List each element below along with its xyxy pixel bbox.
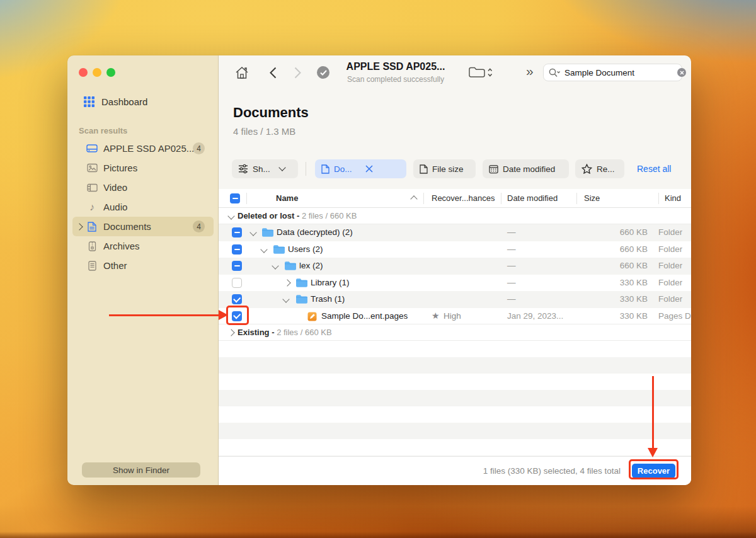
folder-icon xyxy=(284,261,296,271)
group-row-deleted[interactable]: Deleted or lost - 2 files / 660 KB xyxy=(219,208,691,224)
table-row-selected-file[interactable]: Sample Do...ent.pages ★ High Jan 29, 202… xyxy=(219,308,691,325)
row-checkbox[interactable] xyxy=(232,261,242,271)
video-icon xyxy=(87,183,98,192)
column-header-size[interactable]: Size xyxy=(584,193,600,203)
recovery-filter-chip[interactable]: Re... xyxy=(575,159,624,178)
row-name: lex (2) xyxy=(299,261,323,270)
file-size-filter-chip[interactable]: File size xyxy=(413,159,476,178)
column-header-kind[interactable]: Kind xyxy=(665,193,681,203)
column-header-recovery[interactable]: Recover...hances xyxy=(432,193,495,203)
star-icon xyxy=(581,164,592,174)
row-date: Jan 29, 2023... xyxy=(507,311,563,321)
group-row-existing[interactable]: Existing - 2 files / 660 KB xyxy=(219,324,691,341)
sidebar-item-pictures[interactable]: Pictures xyxy=(72,158,214,178)
chip-label: Sh... xyxy=(253,164,270,174)
row-checkbox[interactable] xyxy=(232,278,242,288)
document-icon xyxy=(88,222,96,232)
sidebar-item-archives[interactable]: Archives xyxy=(72,236,214,256)
count-badge: 4 xyxy=(193,142,205,154)
select-all-checkbox[interactable] xyxy=(230,193,240,203)
row-checkbox[interactable] xyxy=(232,227,242,238)
date-modified-filter-chip[interactable]: Date modified xyxy=(483,159,569,178)
row-name: Trash (1) xyxy=(311,294,345,304)
documents-filter-chip[interactable]: Do... xyxy=(315,159,406,178)
show-filter-chip[interactable]: Sh... xyxy=(232,159,298,178)
row-date: — xyxy=(507,227,516,237)
document-icon xyxy=(321,164,329,174)
row-checkbox[interactable] xyxy=(232,244,242,255)
row-size: 660 KB xyxy=(620,227,648,237)
sidebar-item-audio[interactable]: ♪ Audio xyxy=(72,197,214,217)
search-icon xyxy=(549,68,561,77)
sidebar-item-label: Video xyxy=(103,182,127,193)
search-field xyxy=(543,64,682,81)
chevron-right-icon[interactable] xyxy=(284,279,290,286)
show-in-finder-button[interactable]: Show in Finder xyxy=(82,462,200,478)
chevron-down-icon[interactable] xyxy=(227,212,234,219)
chevron-down-icon[interactable] xyxy=(282,295,289,302)
search-input[interactable] xyxy=(563,67,677,78)
sidebar-item-other[interactable]: Other xyxy=(72,256,214,275)
sidebar-item-documents[interactable]: Documents 4 xyxy=(72,217,214,236)
archive-icon xyxy=(88,241,96,251)
minimize-window-button[interactable] xyxy=(93,68,101,77)
double-chevron-icon[interactable]: » xyxy=(526,64,534,79)
sidebar: Dashboard Scan results APPLE SSD AP025..… xyxy=(67,55,219,485)
sort-ascending-icon[interactable] xyxy=(410,195,417,202)
toolbar-subtitle: Scan completed successfully xyxy=(323,75,468,84)
row-checkbox[interactable] xyxy=(232,294,242,304)
chevron-down-icon[interactable] xyxy=(260,246,267,253)
sidebar-item-label: Other xyxy=(103,260,127,271)
chevron-right-icon[interactable] xyxy=(227,329,234,336)
row-name: Data (decrypted) (2) xyxy=(277,227,353,237)
footer-bar: 1 files (330 KB) selected, 4 files total… xyxy=(219,456,691,485)
row-kind: Folder xyxy=(658,294,682,304)
sliders-icon xyxy=(238,164,248,174)
chip-label: Re... xyxy=(597,164,615,174)
row-size: 330 KB xyxy=(620,278,648,287)
row-name: Library (1) xyxy=(311,278,350,287)
table-row[interactable]: Library (1) — 330 KB Folder xyxy=(219,275,691,292)
close-icon[interactable] xyxy=(365,165,373,173)
drive-icon xyxy=(86,144,98,153)
back-button[interactable] xyxy=(266,66,279,79)
page-title: Documents xyxy=(233,105,309,121)
recover-button[interactable]: Recover xyxy=(632,464,675,478)
close-window-button[interactable] xyxy=(79,68,88,77)
table-row[interactable]: lex (2) — 660 KB Folder xyxy=(219,258,691,275)
column-header-date[interactable]: Date modified xyxy=(507,193,558,203)
row-size: 330 KB xyxy=(620,294,648,304)
chevron-down-icon[interactable] xyxy=(249,229,256,236)
chevron-left-icon xyxy=(270,67,277,79)
sidebar-item-apple-ssd[interactable]: APPLE SSD AP025... 4 xyxy=(72,139,214,158)
chip-divider xyxy=(306,162,306,176)
forward-button[interactable] xyxy=(291,66,304,79)
row-size: 660 KB xyxy=(620,244,648,254)
zoom-window-button[interactable] xyxy=(106,68,115,77)
group-title: Deleted or lost - xyxy=(238,211,299,220)
other-icon xyxy=(88,261,96,271)
toolbar-title: APPLE SSD AP025... xyxy=(342,61,449,72)
folder-icon xyxy=(295,278,307,288)
chevron-down-icon[interactable] xyxy=(272,262,278,269)
row-recovery-chance: High xyxy=(444,311,461,321)
clear-search-icon[interactable] xyxy=(677,68,686,77)
chevron-right-icon[interactable] xyxy=(76,223,83,230)
sidebar-item-dashboard[interactable]: Dashboard xyxy=(72,92,214,111)
sidebar-item-label: APPLE SSD AP025... xyxy=(103,143,194,154)
home-button[interactable] xyxy=(234,65,249,80)
sidebar-item-label: Audio xyxy=(103,202,127,212)
column-header-name[interactable]: Name xyxy=(276,193,298,203)
table-row[interactable]: Data (decrypted) (2) — 660 KB Folder xyxy=(219,224,691,241)
row-kind: Pages D... xyxy=(658,311,691,321)
location-selector-button[interactable] xyxy=(468,66,493,79)
row-date: — xyxy=(507,261,516,270)
table-row[interactable]: Trash (1) — 330 KB Folder xyxy=(219,291,691,308)
table-row[interactable]: Users (2) — 660 KB Folder xyxy=(219,241,691,258)
row-checkbox[interactable] xyxy=(232,311,242,321)
row-date: — xyxy=(507,294,516,304)
sidebar-item-video[interactable]: Video xyxy=(72,178,214,197)
group-title: Existing - xyxy=(238,328,275,337)
reset-all-button[interactable]: Reset all xyxy=(637,159,671,178)
audio-icon: ♪ xyxy=(89,202,94,212)
